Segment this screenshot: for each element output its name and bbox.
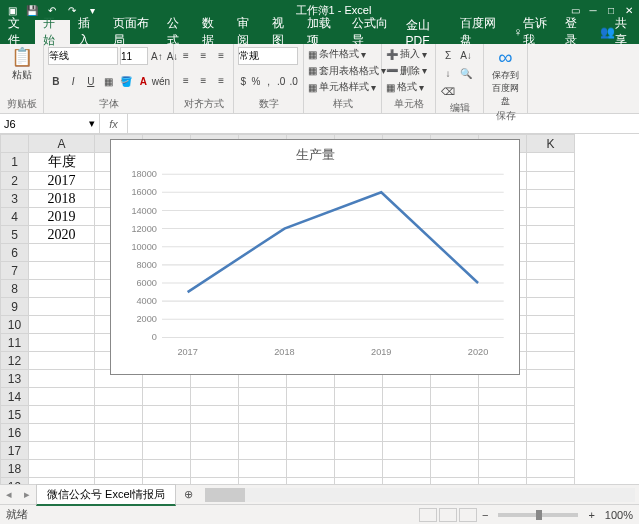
row-header[interactable]: 16 — [1, 424, 29, 442]
save-baidu-button[interactable]: ∞ 保存到 百度网盘 — [488, 46, 523, 108]
insert-cells-button[interactable]: ➕ 插入 ▾ — [386, 47, 431, 61]
cell-K14[interactable] — [527, 388, 575, 406]
increase-font-icon[interactable]: A↑ — [150, 48, 164, 64]
row-header[interactable]: 6 — [1, 244, 29, 262]
sheet-nav-prev[interactable]: ◂ — [0, 488, 18, 501]
cell-C19[interactable] — [143, 478, 191, 485]
format-cells-button[interactable]: ▦ 格式 ▾ — [386, 80, 431, 94]
cell-E15[interactable] — [239, 406, 287, 424]
cell-F18[interactable] — [287, 460, 335, 478]
tab-formulas[interactable]: 公式 — [159, 20, 194, 44]
borders-button[interactable]: ▦ — [101, 73, 117, 89]
cell-K5[interactable] — [527, 226, 575, 244]
cell-A15[interactable] — [29, 406, 95, 424]
cell-styles-button[interactable]: ▦ 单元格样式 ▾ — [308, 80, 377, 94]
cell-E19[interactable] — [239, 478, 287, 485]
row-header[interactable]: 5 — [1, 226, 29, 244]
cell-B15[interactable] — [95, 406, 143, 424]
cell-F19[interactable] — [287, 478, 335, 485]
cell-I17[interactable] — [431, 442, 479, 460]
cell-H14[interactable] — [383, 388, 431, 406]
cell-G14[interactable] — [335, 388, 383, 406]
sheet-nav-next[interactable]: ▸ — [18, 488, 36, 501]
page-break-view-button[interactable] — [459, 508, 477, 522]
cell-K1[interactable] — [527, 153, 575, 172]
cell-K13[interactable] — [527, 370, 575, 388]
cell-A19[interactable] — [29, 478, 95, 485]
tab-baidu-netdisk[interactable]: 百度网盘 — [452, 20, 506, 44]
clear-button[interactable]: ⌫ — [440, 83, 456, 99]
cell-K4[interactable] — [527, 208, 575, 226]
zoom-out-button[interactable]: − — [478, 509, 492, 521]
bold-button[interactable]: B — [48, 73, 64, 89]
cell-B19[interactable] — [95, 478, 143, 485]
tab-view[interactable]: 视图 — [264, 20, 299, 44]
sheet-tab[interactable]: 微信公众号 Excel情报局 — [36, 484, 176, 506]
cell-K19[interactable] — [527, 478, 575, 485]
row-header[interactable]: 1 — [1, 153, 29, 172]
cell-G18[interactable] — [335, 460, 383, 478]
align-center-icon[interactable]: ≡ — [196, 72, 212, 88]
row-header[interactable]: 17 — [1, 442, 29, 460]
underline-button[interactable]: U — [83, 73, 99, 89]
row-header[interactable]: 13 — [1, 370, 29, 388]
cell-E14[interactable] — [239, 388, 287, 406]
row-header[interactable]: 15 — [1, 406, 29, 424]
cell-A6[interactable] — [29, 244, 95, 262]
tab-kingsoft-pdf[interactable]: 金山PDF — [398, 20, 452, 44]
cell-H15[interactable] — [383, 406, 431, 424]
increase-decimal-icon[interactable]: .0 — [276, 73, 287, 89]
cell-F15[interactable] — [287, 406, 335, 424]
cell-A7[interactable] — [29, 262, 95, 280]
align-bottom-icon[interactable]: ≡ — [213, 47, 229, 63]
tab-formula-wizard[interactable]: 公式向导 — [344, 20, 398, 44]
cell-G16[interactable] — [335, 424, 383, 442]
row-header[interactable]: 18 — [1, 460, 29, 478]
formula-bar[interactable] — [128, 114, 639, 133]
align-right-icon[interactable]: ≡ — [213, 72, 229, 88]
cell-C17[interactable] — [143, 442, 191, 460]
cell-F16[interactable] — [287, 424, 335, 442]
paste-button[interactable]: 📋 粘贴 — [4, 46, 39, 82]
cell-A12[interactable] — [29, 352, 95, 370]
zoom-slider[interactable] — [498, 513, 578, 517]
cell-D18[interactable] — [191, 460, 239, 478]
row-header[interactable]: 3 — [1, 190, 29, 208]
cell-H19[interactable] — [383, 478, 431, 485]
cell-K7[interactable] — [527, 262, 575, 280]
cell-K17[interactable] — [527, 442, 575, 460]
cell-K3[interactable] — [527, 190, 575, 208]
cell-J16[interactable] — [479, 424, 527, 442]
cell-D17[interactable] — [191, 442, 239, 460]
signin[interactable]: 登录 — [557, 20, 592, 44]
cell-G17[interactable] — [335, 442, 383, 460]
row-header[interactable]: 11 — [1, 334, 29, 352]
cell-A16[interactable] — [29, 424, 95, 442]
cell-I18[interactable] — [431, 460, 479, 478]
cell-H16[interactable] — [383, 424, 431, 442]
font-color-button[interactable]: A — [136, 73, 152, 89]
delete-cells-button[interactable]: ➖ 删除 ▾ — [386, 64, 431, 78]
cell-C14[interactable] — [143, 388, 191, 406]
row-header[interactable]: 2 — [1, 172, 29, 190]
tab-addins[interactable]: 加载项 — [299, 20, 344, 44]
name-box[interactable]: J6 ▾ — [0, 114, 100, 133]
align-top-icon[interactable]: ≡ — [178, 47, 194, 63]
phonetic-button[interactable]: wén — [153, 73, 169, 89]
cell-A13[interactable] — [29, 370, 95, 388]
cell-J14[interactable] — [479, 388, 527, 406]
cell-G19[interactable] — [335, 478, 383, 485]
cell-E16[interactable] — [239, 424, 287, 442]
cell-K9[interactable] — [527, 298, 575, 316]
cell-H18[interactable] — [383, 460, 431, 478]
cell-F14[interactable] — [287, 388, 335, 406]
cell-B16[interactable] — [95, 424, 143, 442]
number-format-combo[interactable] — [238, 47, 298, 65]
tell-me[interactable]: ♀ 告诉我 — [506, 20, 558, 44]
align-middle-icon[interactable]: ≡ — [196, 47, 212, 63]
sort-filter-button[interactable]: A↓ — [458, 47, 474, 63]
minimize-icon[interactable]: ─ — [585, 2, 601, 18]
font-size-combo[interactable] — [120, 47, 148, 65]
decrease-decimal-icon[interactable]: .0 — [288, 73, 299, 89]
cell-H17[interactable] — [383, 442, 431, 460]
